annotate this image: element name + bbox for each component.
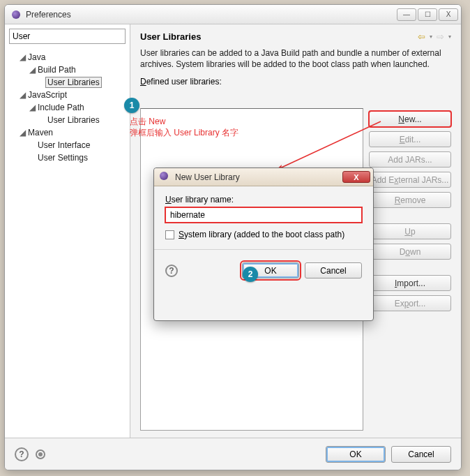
- side-buttons: New... Edit... Add JARs... Add External …: [369, 111, 451, 311]
- nav-forward-menu[interactable]: ▾: [448, 34, 451, 40]
- modal-title: New User Library: [175, 172, 342, 182]
- remove-button: Remove: [369, 192, 451, 208]
- sidebar: ◢Java ◢Build Path User Libraries ◢JavaSc…: [5, 24, 130, 438]
- nav-back-icon[interactable]: ⇦: [418, 31, 425, 42]
- filter-input[interactable]: [9, 29, 126, 44]
- eclipse-icon: [10, 9, 22, 20]
- tree-item-maven[interactable]: ◢Maven: [9, 126, 126, 139]
- tree-item-javascript[interactable]: ◢JavaScript: [9, 89, 126, 101]
- page-title: User Libraries: [140, 31, 418, 42]
- nav-back-menu[interactable]: ▾: [430, 34, 432, 40]
- export-button: Export...: [369, 295, 451, 311]
- system-library-label: System library (added to the boot class …: [179, 230, 344, 239]
- system-library-checkbox[interactable]: [165, 230, 174, 239]
- tree-item-include-path[interactable]: ◢Include Path: [9, 101, 126, 114]
- help-icon[interactable]: ?: [15, 447, 29, 461]
- close-button[interactable]: X: [439, 8, 458, 21]
- window-title: Preferences: [26, 10, 397, 20]
- preferences-tree[interactable]: ◢Java ◢Build Path User Libraries ◢JavaSc…: [5, 48, 130, 438]
- modal-help-icon[interactable]: ?: [165, 265, 178, 277]
- up-button: Up: [369, 223, 451, 239]
- ok-button[interactable]: OK: [326, 446, 386, 463]
- add-jars-button: Add JARs...: [369, 151, 451, 168]
- tree-item-user-interface[interactable]: User Interface: [9, 139, 126, 151]
- down-button: Down: [369, 244, 451, 260]
- page-description: User libraries can be added to a Java Bu…: [140, 47, 451, 70]
- annotation-text: 点击 New 弹框后输入 User Library 名字: [130, 116, 238, 138]
- annotation-badge-2: 2: [243, 267, 258, 282]
- maximize-button[interactable]: ☐: [418, 8, 437, 21]
- tree-item-user-libraries-js[interactable]: User Libraries: [9, 114, 126, 126]
- tree-item-build-path[interactable]: ◢Build Path: [9, 64, 126, 76]
- eclipse-icon: [160, 172, 171, 183]
- footer: ? OK Cancel: [5, 438, 461, 470]
- minimize-button[interactable]: —: [397, 8, 416, 21]
- tree-item-java[interactable]: ◢Java: [9, 51, 126, 64]
- library-name-label: User library name:: [165, 195, 362, 204]
- modal-cancel-button[interactable]: Cancel: [305, 262, 362, 278]
- tree-item-user-settings[interactable]: User Settings: [9, 151, 126, 164]
- tree-item-user-libraries-java[interactable]: User Libraries: [9, 76, 126, 89]
- status-icon: [36, 449, 45, 459]
- defined-libraries-label: Defined user libraries:: [140, 77, 451, 87]
- cancel-button[interactable]: Cancel: [391, 446, 451, 463]
- import-button[interactable]: Import...: [369, 275, 451, 291]
- modal-titlebar: New User Library X: [154, 168, 373, 186]
- new-button[interactable]: New...: [369, 111, 451, 127]
- titlebar: Preferences — ☐ X: [5, 5, 461, 24]
- edit-button: Edit...: [369, 131, 451, 147]
- annotation-badge-1: 1: [124, 98, 139, 113]
- modal-close-button[interactable]: X: [342, 171, 370, 183]
- add-external-jars-button: Add External JARs...: [369, 172, 451, 188]
- nav-forward-icon: ⇨: [437, 31, 444, 42]
- library-name-input[interactable]: [165, 207, 362, 223]
- new-user-library-dialog: New User Library X User library name: Sy…: [153, 168, 374, 321]
